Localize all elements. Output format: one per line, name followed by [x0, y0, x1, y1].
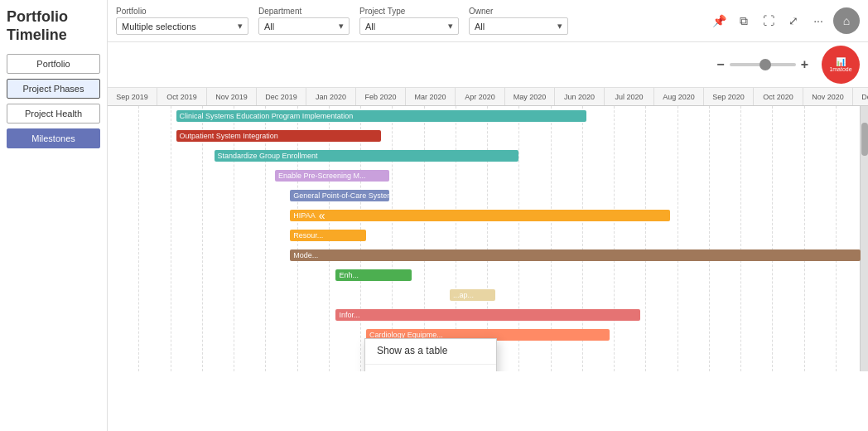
filter-portfolio: Portfolio Multiple selections ▾ — [116, 7, 248, 35]
nav-portfolio[interactable]: Portfolio — [7, 54, 100, 74]
gantt-body: Clinical Systems Education Program Imple… — [108, 106, 868, 371]
gantt-row: Enable Pre-Screening M... — [108, 166, 868, 186]
top-right-icons: 📌 ⧉ ⛶ ⤢ ··· ⌂ — [709, 7, 860, 34]
gantt-bar[interactable]: Standardize Group Enrollment — [215, 150, 518, 162]
month-cell: Aug 2020 — [654, 88, 704, 105]
gantt-bar[interactable]: Mode... — [290, 249, 861, 261]
gantt-bar[interactable]: Outpatient System Integration — [176, 130, 382, 142]
zoom-slider[interactable] — [730, 63, 796, 66]
zoom-controls: − + — [716, 57, 808, 72]
zoom-minus-icon[interactable]: − — [716, 57, 724, 72]
department-chevron-icon: ▾ — [339, 21, 344, 31]
nav-project-phases[interactable]: Project Phases — [7, 79, 100, 99]
owner-chevron-icon: ▾ — [557, 21, 562, 31]
context-menu: Show as a table Include Exclude Drill th… — [364, 338, 497, 371]
context-include[interactable]: Include — [365, 366, 496, 371]
portfolio-label: Portfolio — [116, 7, 248, 16]
owner-select[interactable]: All ▾ — [469, 17, 568, 35]
month-cell: Feb 2020 — [356, 88, 406, 105]
project-type-select[interactable]: All ▾ — [359, 17, 459, 35]
nav-milestones[interactable]: Milestones — [7, 128, 100, 148]
main-content: Portfolio Multiple selections ▾ Departme… — [108, 0, 868, 431]
sidebar: Portfolio Timeline Portfolio Project Pha… — [0, 0, 108, 431]
gantt-bar[interactable]: Enh... — [335, 269, 412, 281]
tracker-badge[interactable]: 📊 1matode — [822, 46, 860, 84]
month-cell: Jun 2020 — [555, 88, 605, 105]
gantt-row: General Point-of-Care System Implem. — [108, 186, 868, 206]
month-cell: Dec 2019 — [257, 88, 306, 105]
toolbar: − + 📊 1matode — [108, 42, 868, 88]
month-cell: Apr 2020 — [456, 88, 505, 105]
timeline-area: Sep 2019Oct 2019Nov 2019Dec 2019Jan 2020… — [108, 88, 868, 431]
month-cell: Sep 2019 — [108, 88, 157, 105]
gantt-bar[interactable]: General Point-of-Care System Implem. — [290, 190, 388, 201]
tracker-chart-icon: 📊 — [836, 58, 846, 66]
app-title: Portfolio Timeline — [7, 8, 100, 44]
nav-project-health[interactable]: Project Health — [7, 104, 100, 123]
home-button[interactable]: ⌂ — [833, 7, 860, 34]
filter-project-type: Project Type All ▾ — [359, 7, 459, 35]
month-cell: Oct 2020 — [754, 88, 803, 105]
filter-icon[interactable]: ⛶ — [759, 11, 779, 31]
month-cell: Nov 2019 — [207, 88, 257, 105]
copy-icon[interactable]: ⧉ — [734, 11, 754, 31]
gantt-row: Clinical Systems Education Program Imple… — [108, 106, 868, 126]
gantt-bar[interactable]: Clinical Systems Education Program Imple… — [176, 110, 587, 122]
gantt-bar[interactable]: Enable Pre-Screening M... — [275, 170, 389, 182]
portfolio-select[interactable]: Multiple selections ▾ — [116, 17, 248, 35]
month-cell: Nov 2020 — [803, 88, 853, 105]
pin-icon[interactable]: 📌 — [709, 11, 729, 31]
gantt-bar[interactable]: Resour... — [290, 230, 366, 241]
tracker-label: 1matode — [829, 66, 851, 72]
gantt-row: HIPAA«↓ — [108, 206, 868, 225]
gantt-bar[interactable]: HIPAA«↓ — [290, 210, 670, 221]
timeline-header: Sep 2019Oct 2019Nov 2019Dec 2019Jan 2020… — [108, 88, 868, 106]
home-icon: ⌂ — [843, 14, 850, 27]
gantt-row: Standardize Group Enrollment — [108, 146, 868, 166]
owner-label: Owner — [469, 7, 568, 16]
gantt-row: Infor... — [108, 305, 868, 325]
gantt-row: Mode... — [108, 245, 868, 265]
gantt-row: Enh... — [108, 265, 868, 285]
filter-bar: Portfolio Multiple selections ▾ Departme… — [108, 0, 868, 42]
portfolio-chevron-icon: ▾ — [238, 21, 243, 31]
month-cell: Mar 2020 — [406, 88, 456, 105]
project-type-chevron-icon: ▾ — [448, 21, 453, 31]
month-cell: Oct 2019 — [157, 88, 207, 105]
gantt-bar[interactable]: Infor... — [335, 309, 639, 321]
filter-department: Department All ▾ — [258, 7, 350, 35]
zoom-slider-thumb[interactable] — [760, 59, 771, 70]
gantt-bar[interactable]: ...ap... — [450, 289, 495, 301]
zoom-plus-icon[interactable]: + — [801, 57, 808, 72]
month-cell: Dec 2020 — [853, 88, 868, 105]
more-icon[interactable]: ··· — [808, 11, 828, 31]
gantt-row: Resour... — [108, 225, 868, 245]
gantt-row: Outpatient System Integration — [108, 126, 868, 146]
month-cell: Jul 2020 — [605, 88, 654, 105]
project-type-label: Project Type — [359, 7, 459, 16]
gantt-row: ...ap... — [108, 285, 868, 305]
month-cell: Sep 2020 — [704, 88, 754, 105]
department-label: Department — [258, 7, 350, 16]
context-show-as-table[interactable]: Show as a table — [365, 339, 496, 362]
department-select[interactable]: All ▾ — [258, 17, 350, 35]
month-cell: May 2020 — [505, 88, 555, 105]
month-cell: Jan 2020 — [306, 88, 356, 105]
expand-icon[interactable]: ⤢ — [784, 11, 803, 31]
nav-buttons: Portfolio Project Phases Project Health … — [7, 54, 100, 148]
bar-arrow-icon: « — [319, 210, 326, 221]
filter-owner: Owner All ▾ — [469, 7, 568, 35]
